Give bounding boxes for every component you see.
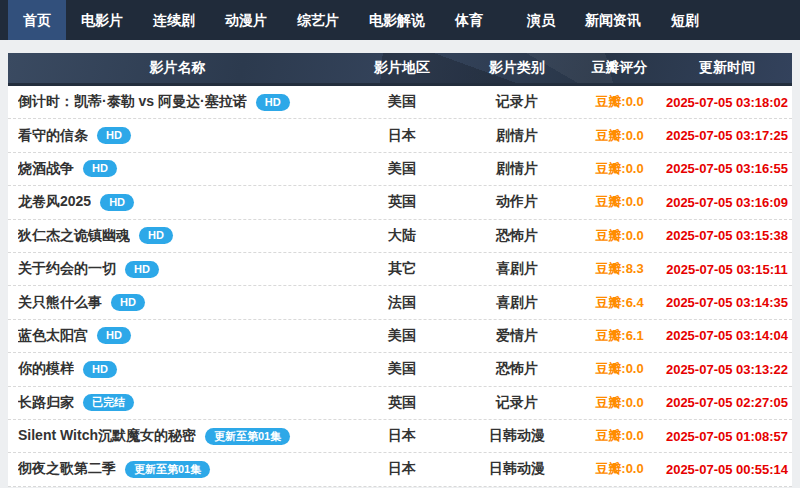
update-time: 2025-07-05 03:16:09 bbox=[662, 195, 792, 210]
movie-category: 恐怖片 bbox=[457, 227, 577, 245]
douban-rating: 豆瓣:0.0 bbox=[577, 460, 662, 478]
nav-item[interactable]: 综艺片 bbox=[282, 0, 354, 40]
table-row[interactable]: 关只熊什么事 HD 法国 喜剧片 豆瓣:6.4 2025-07-05 03:14… bbox=[8, 286, 792, 319]
status-badge: HD bbox=[111, 294, 145, 311]
update-time: 2025-07-05 03:15:38 bbox=[662, 228, 792, 243]
table-row[interactable]: 长路归家 已完结 英国 记录片 豆瓣:0.0 2025-07-05 02:27:… bbox=[8, 387, 792, 420]
douban-rating: 豆瓣:0.0 bbox=[577, 93, 662, 111]
update-time: 2025-07-05 03:13:22 bbox=[662, 362, 792, 377]
status-badge: HD bbox=[83, 160, 117, 177]
movie-region: 日本 bbox=[347, 460, 457, 478]
table-row[interactable]: 看守的信条 HD 日本 剧情片 豆瓣:0.0 2025-07-05 03:17:… bbox=[8, 119, 792, 152]
douban-rating: 豆瓣:0.0 bbox=[577, 394, 662, 412]
nav-item[interactable]: 短剧 bbox=[656, 0, 714, 40]
movie-title-link[interactable]: 蓝色太阳宫 bbox=[18, 327, 88, 345]
status-badge: HD bbox=[100, 194, 134, 211]
table-row[interactable]: 龙卷风2025 HD 英国 动作片 豆瓣:0.0 2025-07-05 03:1… bbox=[8, 186, 792, 219]
update-time: 2025-07-05 03:17:25 bbox=[662, 128, 792, 143]
status-badge: HD bbox=[256, 94, 290, 111]
movie-list: 倒计时：凯蒂·泰勒 vs 阿曼达·塞拉诺 HD 美国 记录片 豆瓣:0.0 20… bbox=[8, 86, 792, 487]
douban-rating: 豆瓣:6.4 bbox=[577, 294, 662, 312]
douban-rating: 豆瓣:0.0 bbox=[577, 227, 662, 245]
table-row[interactable]: 倒计时：凯蒂·泰勒 vs 阿曼达·塞拉诺 HD 美国 记录片 豆瓣:0.0 20… bbox=[8, 86, 792, 119]
update-time: 2025-07-05 03:18:02 bbox=[662, 95, 792, 110]
status-badge: 已完结 bbox=[83, 394, 134, 411]
movie-category: 动作片 bbox=[457, 193, 577, 211]
movie-category: 剧情片 bbox=[457, 160, 577, 178]
movie-category: 喜剧片 bbox=[457, 294, 577, 312]
table-row[interactable]: 关于约会的一切 HD 其它 喜剧片 豆瓣:8.3 2025-07-05 03:1… bbox=[8, 253, 792, 286]
table-row[interactable]: 狄仁杰之诡镇幽魂 HD 大陆 恐怖片 豆瓣:0.0 2025-07-05 03:… bbox=[8, 220, 792, 253]
douban-rating: 豆瓣:8.3 bbox=[577, 260, 662, 278]
movie-title-link[interactable]: 倒计时：凯蒂·泰勒 vs 阿曼达·塞拉诺 bbox=[18, 93, 247, 111]
movie-title-link[interactable]: 看守的信条 bbox=[18, 127, 88, 145]
nav-item[interactable]: 电影解说 bbox=[354, 0, 440, 40]
status-badge: HD bbox=[83, 361, 117, 378]
status-badge: 更新至第01集 bbox=[205, 428, 290, 445]
douban-rating: 豆瓣:0.0 bbox=[577, 427, 662, 445]
nav-item[interactable]: 演员 bbox=[512, 0, 570, 40]
douban-rating: 豆瓣:0.0 bbox=[577, 193, 662, 211]
table-row[interactable]: 烧酒战争 HD 美国 剧情片 豆瓣:0.0 2025-07-05 03:16:5… bbox=[8, 153, 792, 186]
update-time: 2025-07-05 03:14:35 bbox=[662, 295, 792, 310]
movie-region: 美国 bbox=[347, 160, 457, 178]
update-time: 2025-07-05 02:27:05 bbox=[662, 395, 792, 410]
movie-category: 爱情片 bbox=[457, 327, 577, 345]
movie-category: 记录片 bbox=[457, 93, 577, 111]
movie-title-link[interactable]: 烧酒战争 bbox=[18, 160, 74, 178]
nav-item[interactable]: 新闻资讯 bbox=[570, 0, 656, 40]
movie-region: 日本 bbox=[347, 127, 457, 145]
movie-region: 美国 bbox=[347, 327, 457, 345]
movie-title-link[interactable]: 长路归家 bbox=[18, 394, 74, 412]
update-time: 2025-07-05 01:08:57 bbox=[662, 429, 792, 444]
movie-region: 英国 bbox=[347, 193, 457, 211]
movie-title-link[interactable]: 彻夜之歌第二季 bbox=[18, 460, 116, 478]
update-time: 2025-07-05 03:14:04 bbox=[662, 328, 792, 343]
header-douban-rating: 豆瓣评分 bbox=[577, 59, 662, 77]
status-badge: HD bbox=[125, 261, 159, 278]
movie-region: 法国 bbox=[347, 294, 457, 312]
movie-list-container: 影片名称 影片地区 影片类别 豆瓣评分 更新时间 倒计时：凯蒂·泰勒 vs 阿曼… bbox=[8, 53, 792, 487]
nav-item[interactable]: 体育 bbox=[440, 0, 498, 40]
nav-item[interactable]: 电影片 bbox=[66, 0, 138, 40]
movie-region: 其它 bbox=[347, 260, 457, 278]
movie-title-link[interactable]: 狄仁杰之诡镇幽魂 bbox=[18, 227, 130, 245]
movie-title-link[interactable]: 关只熊什么事 bbox=[18, 294, 102, 312]
table-row[interactable]: Silent Witch沉默魔女的秘密 更新至第01集 日本 日韩动漫 豆瓣:0… bbox=[8, 420, 792, 453]
douban-rating: 豆瓣:0.0 bbox=[577, 160, 662, 178]
header-movie-region: 影片地区 bbox=[347, 59, 457, 77]
movie-title-link[interactable]: 你的模样 bbox=[18, 360, 74, 378]
movie-region: 大陆 bbox=[347, 227, 457, 245]
status-badge: HD bbox=[97, 327, 131, 344]
nav-item[interactable]: 动漫片 bbox=[210, 0, 282, 40]
movie-category: 剧情片 bbox=[457, 127, 577, 145]
status-badge: HD bbox=[139, 227, 173, 244]
douban-rating: 豆瓣:0.0 bbox=[577, 360, 662, 378]
douban-rating: 豆瓣:6.1 bbox=[577, 327, 662, 345]
nav-item[interactable]: 首页 bbox=[8, 0, 66, 40]
nav-item[interactable]: 连续剧 bbox=[138, 0, 210, 40]
movie-title-link[interactable]: 关于约会的一切 bbox=[18, 260, 116, 278]
status-badge: 更新至第01集 bbox=[125, 461, 210, 478]
update-time: 2025-07-05 03:16:55 bbox=[662, 161, 792, 176]
table-row[interactable]: 蓝色太阳宫 HD 美国 爱情片 豆瓣:6.1 2025-07-05 03:14:… bbox=[8, 320, 792, 353]
movie-category: 日韩动漫 bbox=[457, 460, 577, 478]
header-movie-name: 影片名称 bbox=[8, 59, 347, 77]
movie-region: 美国 bbox=[347, 93, 457, 111]
update-time: 2025-07-05 03:15:11 bbox=[662, 262, 792, 277]
movie-category: 日韩动漫 bbox=[457, 427, 577, 445]
douban-rating: 豆瓣:0.0 bbox=[577, 127, 662, 145]
movie-category: 喜剧片 bbox=[457, 260, 577, 278]
header-update-time: 更新时间 bbox=[662, 59, 792, 77]
movie-category: 记录片 bbox=[457, 394, 577, 412]
movie-region: 美国 bbox=[347, 360, 457, 378]
header-movie-category: 影片类别 bbox=[457, 59, 577, 77]
movie-region: 英国 bbox=[347, 394, 457, 412]
table-row[interactable]: 彻夜之歌第二季 更新至第01集 日本 日韩动漫 豆瓣:0.0 2025-07-0… bbox=[8, 453, 792, 486]
movie-title-link[interactable]: 龙卷风2025 bbox=[18, 193, 91, 211]
movie-title-link[interactable]: Silent Witch沉默魔女的秘密 bbox=[18, 427, 196, 445]
table-row[interactable]: 你的模样 HD 美国 恐怖片 豆瓣:0.0 2025-07-05 03:13:2… bbox=[8, 353, 792, 386]
movie-region: 日本 bbox=[347, 427, 457, 445]
update-time: 2025-07-05 00:55:14 bbox=[662, 462, 792, 477]
movie-category: 恐怖片 bbox=[457, 360, 577, 378]
